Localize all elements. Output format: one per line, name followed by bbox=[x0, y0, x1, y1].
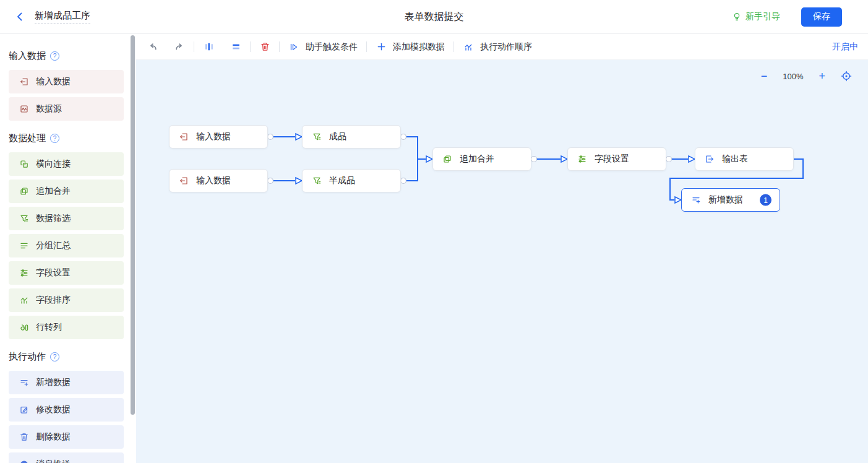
sidebar-section-title: 执行动作? bbox=[9, 351, 136, 363]
sidebar-item-行转列[interactable]: 行转列 bbox=[9, 316, 124, 339]
sidebar-item-横向连接[interactable]: 横向连接 bbox=[9, 152, 124, 176]
node-count-badge: 1 bbox=[760, 194, 771, 206]
sidebar-item-label: 输入数据 bbox=[36, 76, 71, 87]
field-sort-icon bbox=[19, 295, 29, 305]
node-label: 新增数据 bbox=[708, 194, 743, 206]
sidebar-item-字段设置[interactable]: 字段设置 bbox=[9, 261, 124, 285]
workflow-node-newdata[interactable]: 新增数据1 bbox=[681, 188, 780, 212]
node-output-port[interactable] bbox=[401, 178, 406, 184]
add-data-icon bbox=[691, 195, 701, 205]
action-order-button[interactable]: 执行动作顺序 bbox=[463, 41, 532, 53]
sidebar-item-删除数据[interactable]: 删除数据 bbox=[9, 425, 124, 449]
edge-arrowhead bbox=[296, 134, 302, 140]
message-push-icon bbox=[19, 459, 29, 463]
sidebar-item-label: 数据源 bbox=[36, 103, 62, 115]
sidebar-item-字段排序[interactable]: 字段排序 bbox=[9, 288, 124, 312]
node-output-port[interactable] bbox=[401, 134, 406, 140]
node-label: 半成品 bbox=[329, 175, 355, 186]
locate-target-icon[interactable] bbox=[841, 71, 852, 82]
sidebar-item-数据筛选[interactable]: 数据筛选 bbox=[9, 207, 124, 230]
workflow-title[interactable]: 新增成品工序 bbox=[35, 10, 90, 24]
action-order-icon bbox=[463, 41, 474, 53]
add-data-icon bbox=[19, 378, 29, 387]
sidebar-item-label: 分组汇总 bbox=[36, 240, 71, 251]
filter-icon bbox=[312, 176, 322, 186]
node-output-port[interactable] bbox=[531, 157, 537, 162]
row-to-col-icon bbox=[19, 322, 29, 332]
workflow-node-output[interactable]: 输出表 bbox=[695, 147, 794, 171]
help-question-icon[interactable]: ? bbox=[50, 134, 59, 143]
workflow-node-product[interactable]: 成品 bbox=[302, 125, 401, 149]
edge-arrowhead bbox=[689, 156, 695, 162]
guide-label: 新手引导 bbox=[746, 11, 780, 22]
assistant-trigger-label: 助手触发条件 bbox=[306, 41, 358, 53]
workflow-node-append[interactable]: 追加合并 bbox=[432, 147, 531, 171]
group-summary-icon bbox=[19, 241, 29, 251]
workflow-node-input2[interactable]: 输入数据 bbox=[169, 169, 268, 193]
zoom-in-button[interactable]: + bbox=[819, 71, 825, 82]
node-label: 输入数据 bbox=[196, 175, 231, 186]
align-vertical-icon[interactable] bbox=[203, 41, 214, 53]
help-question-icon[interactable]: ? bbox=[50, 51, 59, 61]
workflow-node-fields[interactable]: 字段设置 bbox=[567, 147, 666, 171]
sidebar-item-新增数据[interactable]: 新增数据 bbox=[9, 371, 124, 394]
zoom-controls: − 100% + bbox=[761, 71, 852, 82]
sidebar-item-追加合并[interactable]: 追加合并 bbox=[9, 180, 124, 203]
node-palette-sidebar: 输入数据?输入数据数据源数据处理?横向连接追加合并数据筛选分组汇总字段设置字段排… bbox=[0, 34, 136, 463]
help-question-icon[interactable]: ? bbox=[50, 352, 59, 361]
edge-arrowhead bbox=[426, 156, 432, 162]
workflow-node-input1[interactable]: 输入数据 bbox=[169, 125, 268, 149]
canvas-toolbar: 助手触发条件 添加模拟数据 执行动作顺序 开启 bbox=[136, 34, 868, 60]
sidebar-section: 数据处理?横向连接追加合并数据筛选分组汇总字段设置字段排序行转列 bbox=[9, 132, 136, 339]
input-data-icon bbox=[179, 176, 189, 186]
status-toggle[interactable]: 开启中 bbox=[832, 41, 858, 53]
append-merge-icon bbox=[442, 154, 452, 164]
sidebar-item-label: 新增数据 bbox=[36, 377, 71, 388]
sidebar-scrollbar[interactable] bbox=[131, 35, 135, 415]
node-output-port[interactable] bbox=[268, 178, 273, 184]
sidebar-item-label: 数据筛选 bbox=[36, 213, 71, 224]
assistant-trigger-button[interactable]: 助手触发条件 bbox=[288, 41, 358, 53]
field-settings-icon bbox=[19, 268, 29, 278]
section-title-text: 数据处理 bbox=[9, 132, 46, 144]
undo-icon[interactable] bbox=[147, 41, 158, 53]
sidebar-section: 输入数据?输入数据数据源 bbox=[9, 50, 136, 121]
edges-layer bbox=[136, 60, 868, 463]
sidebar-item-label: 修改数据 bbox=[36, 404, 71, 415]
lightbulb-icon bbox=[732, 12, 742, 22]
beginner-guide-link[interactable]: 新手引导 bbox=[732, 11, 780, 22]
delete-data-icon bbox=[19, 432, 29, 442]
app-header: 新增成品工序 表单数据提交 新手引导 保存 bbox=[0, 0, 868, 34]
node-output-port[interactable] bbox=[268, 134, 273, 140]
sidebar-section-title: 数据处理? bbox=[9, 132, 136, 144]
delete-icon[interactable] bbox=[259, 41, 270, 53]
input-data-icon bbox=[19, 77, 29, 87]
node-output-port[interactable] bbox=[666, 157, 672, 162]
sidebar-item-label: 行转列 bbox=[36, 322, 62, 333]
sidebar-item-分组汇总[interactable]: 分组汇总 bbox=[9, 234, 124, 257]
redo-icon[interactable] bbox=[174, 41, 185, 53]
field-settings-icon bbox=[577, 154, 587, 164]
align-horizontal-icon[interactable] bbox=[230, 41, 241, 53]
back-icon[interactable] bbox=[12, 9, 27, 24]
filter-icon bbox=[19, 214, 29, 223]
workflow-canvas[interactable]: − 100% + 输入数据成品输入数据半成品追加合并字段设置输出表新增数据1 bbox=[136, 60, 868, 463]
horizontal-join-icon bbox=[19, 159, 29, 169]
sidebar-item-输入数据[interactable]: 输入数据 bbox=[9, 70, 124, 93]
zoom-out-button[interactable]: − bbox=[761, 71, 768, 82]
add-mock-data-button[interactable]: 添加模拟数据 bbox=[376, 41, 445, 53]
sidebar-item-数据源[interactable]: 数据源 bbox=[9, 97, 124, 121]
edge-arrowhead bbox=[296, 178, 302, 184]
node-label: 输出表 bbox=[722, 154, 748, 165]
save-button[interactable]: 保存 bbox=[801, 7, 842, 27]
output-table-icon bbox=[705, 154, 715, 164]
sidebar-section-title: 输入数据? bbox=[9, 50, 136, 62]
node-label: 成品 bbox=[329, 131, 346, 142]
sidebar-item-label: 横向连接 bbox=[36, 158, 71, 170]
sidebar-item-消息推送[interactable]: 消息推送 bbox=[9, 452, 124, 463]
zoom-level: 100% bbox=[783, 72, 803, 81]
workflow-node-semi[interactable]: 半成品 bbox=[302, 169, 401, 193]
sidebar-item-修改数据[interactable]: 修改数据 bbox=[9, 398, 124, 422]
edge-arrowhead bbox=[561, 156, 567, 162]
node-label: 追加合并 bbox=[460, 154, 494, 165]
